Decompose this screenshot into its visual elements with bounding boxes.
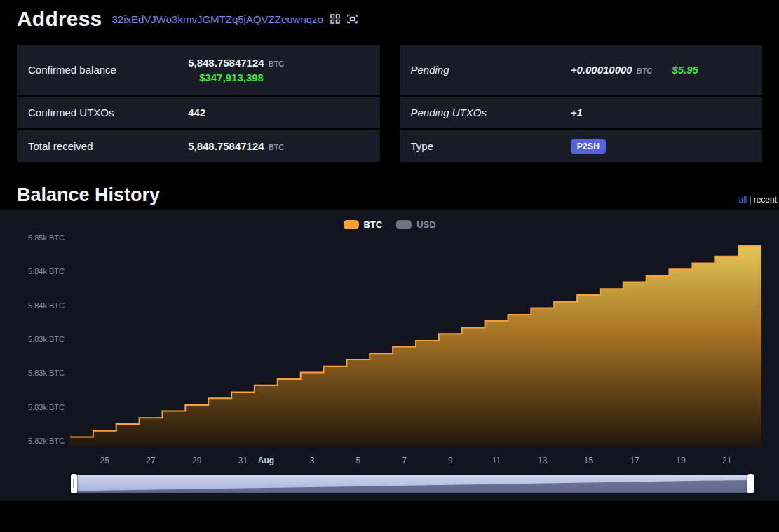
svg-text:7: 7 xyxy=(402,456,407,465)
svg-text:17: 17 xyxy=(630,456,640,465)
stat-label: Pending UTXOs xyxy=(411,107,571,118)
stat-row-confirmed-balance: Confirmed balance 5,848.75847124 BTC $34… xyxy=(17,45,380,95)
btc-unit: BTC xyxy=(269,143,285,151)
svg-text:9: 9 xyxy=(448,456,453,465)
confirmed-stats-table: Confirmed balance 5,848.75847124 BTC $34… xyxy=(17,45,380,162)
legend-item-usd[interactable]: USD xyxy=(396,219,435,230)
balance-history-header: Balance History all|recent xyxy=(0,175,779,210)
range-recent-link[interactable]: recent xyxy=(754,195,777,205)
address-stats: Confirmed balance 5,848.75847124 BTC $34… xyxy=(0,36,779,175)
address-header: Address 32ixEdVJWo3kmvJGMTZq5jAQVZZeuwnq… xyxy=(0,0,779,36)
confirmed-utxos-value: 442 xyxy=(188,107,205,118)
address-link[interactable]: 32ixEdVJWo3kmvJGMTZq5jAQVZZeuwnqzo xyxy=(111,13,323,25)
stat-row-confirmed-utxos: Confirmed UTXOs 442 xyxy=(17,97,380,128)
total-received-value: 5,848.75847124 xyxy=(188,140,264,152)
svg-text:25: 25 xyxy=(100,456,110,465)
pending-value: +0.00010000 xyxy=(571,64,632,76)
navigator-area-preview xyxy=(72,475,752,492)
page-title: Address xyxy=(17,7,102,31)
navigator-right-handle[interactable] xyxy=(747,474,754,493)
btc-unit: BTC xyxy=(269,60,285,68)
svg-text:5.85k BTC: 5.85k BTC xyxy=(28,233,65,242)
svg-text:27: 27 xyxy=(146,456,156,465)
balance-history-chart-panel: 5.85k BTC5.84k BTC5.84k BTC5.83k BTC5.83… xyxy=(0,210,779,501)
chart-range-navigator[interactable] xyxy=(72,475,753,493)
legend-item-btc[interactable]: BTC xyxy=(343,219,382,230)
svg-text:21: 21 xyxy=(722,456,732,465)
qr-code-icon[interactable] xyxy=(330,14,340,24)
usd-swatch-icon xyxy=(396,220,412,229)
balance-chart-svg: 5.85k BTC5.84k BTC5.84k BTC5.83k BTC5.83… xyxy=(0,210,779,470)
confirmed-balance-usd: $347,913,398 xyxy=(188,71,284,83)
confirmed-balance-value: 5,848.75847124 xyxy=(188,57,264,69)
chart-legend: BTC USD xyxy=(343,219,435,230)
pending-utxos-value: +1 xyxy=(571,107,583,118)
address-type-badge: P2SH xyxy=(571,139,607,154)
svg-text:5.82k BTC: 5.82k BTC xyxy=(28,437,65,445)
svg-text:31: 31 xyxy=(238,456,248,465)
legend-label: USD xyxy=(416,219,435,230)
stat-label: Confirmed balance xyxy=(28,64,188,76)
range-links: all|recent xyxy=(739,195,778,206)
svg-text:5.83k BTC: 5.83k BTC xyxy=(28,335,65,343)
svg-text:5.84k BTC: 5.84k BTC xyxy=(28,301,65,310)
range-all-link[interactable]: all xyxy=(739,195,747,205)
balance-history-title: Balance History xyxy=(17,184,160,206)
scan-address-icon[interactable] xyxy=(347,14,358,24)
svg-text:Aug: Aug xyxy=(258,456,274,465)
btc-unit: BTC xyxy=(637,67,653,75)
stat-label: Confirmed UTXOs xyxy=(28,107,188,118)
pending-usd: $5.95 xyxy=(672,64,698,76)
svg-text:5.83k BTC: 5.83k BTC xyxy=(28,369,65,377)
stat-label: Total received xyxy=(28,140,188,152)
stat-row-total-received: Total received 5,848.75847124 BTC xyxy=(17,130,380,162)
svg-text:3: 3 xyxy=(310,456,315,465)
range-divider: | xyxy=(750,195,752,205)
svg-text:19: 19 xyxy=(676,456,686,465)
stat-row-pending-utxos: Pending UTXOs +1 xyxy=(400,97,763,128)
svg-text:13: 13 xyxy=(538,456,548,465)
btc-swatch-icon xyxy=(343,220,358,229)
svg-text:11: 11 xyxy=(492,456,501,465)
stat-label: Pending xyxy=(411,64,571,76)
stat-row-type: Type P2SH xyxy=(400,130,763,162)
navigator-left-handle[interactable] xyxy=(71,474,77,493)
svg-text:29: 29 xyxy=(192,456,202,465)
pending-stats-table: Pending +0.00010000 BTC $5.95 Pending UT… xyxy=(400,45,763,162)
svg-text:15: 15 xyxy=(584,456,594,465)
svg-text:5: 5 xyxy=(355,456,360,465)
stat-row-pending: Pending +0.00010000 BTC $5.95 xyxy=(400,45,763,95)
legend-label: BTC xyxy=(363,219,382,230)
svg-text:5.84k BTC: 5.84k BTC xyxy=(28,267,65,275)
stat-label: Type xyxy=(411,140,571,152)
svg-text:5.83k BTC: 5.83k BTC xyxy=(28,403,65,411)
